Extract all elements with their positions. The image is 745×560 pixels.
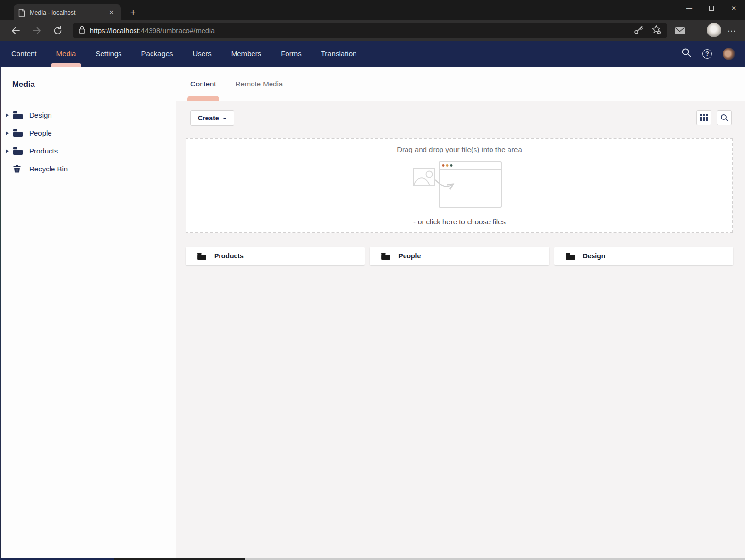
search-icon (720, 114, 728, 122)
tree-item-label: Design (29, 111, 52, 119)
grid-icon (700, 114, 708, 121)
tab-title: Media - localhost (30, 9, 102, 16)
tree-item-label: People (29, 129, 52, 137)
help-icon[interactable]: ? (702, 49, 712, 59)
media-content-area: Content Remote Media Create Drag and dro… (176, 67, 745, 558)
dropzone-choose-link[interactable]: - or click here to choose files (413, 218, 506, 226)
forward-button[interactable] (29, 23, 45, 38)
mail-extension-button[interactable] (672, 23, 688, 38)
lock-icon (79, 26, 85, 35)
content-tabbar: Content Remote Media (176, 67, 745, 101)
window-minimize-button[interactable]: — (678, 0, 700, 16)
tree-item-label: Products (29, 147, 58, 155)
folder-icon (13, 147, 23, 155)
grid-view-button[interactable] (696, 110, 711, 125)
folder-icon (197, 253, 206, 260)
search-media-button[interactable] (717, 110, 732, 125)
url-path: :44398/umbraco#/media (139, 27, 215, 34)
active-tab-indicator (187, 96, 219, 101)
back-button[interactable] (8, 23, 23, 38)
trash-icon (13, 165, 23, 173)
file-dropzone[interactable]: Drag and drop your file(s) into the area… (186, 138, 733, 233)
nav-item-media[interactable]: Media (47, 41, 86, 67)
url-host: https://localhost (90, 27, 139, 34)
address-bar[interactable]: https://localhost:44398/umbraco#/media (73, 23, 667, 38)
folder-icon (381, 253, 390, 260)
active-section-indicator (51, 63, 81, 67)
upload-illustration (413, 161, 506, 210)
expand-caret-icon[interactable] (6, 149, 13, 153)
create-button-label: Create (198, 114, 219, 122)
tree-item-recycle-bin[interactable]: Recycle Bin (1, 160, 176, 178)
bottom-strip-left (0, 558, 114, 560)
nav-item-media-label: Media (56, 50, 76, 58)
password-key-icon[interactable] (634, 25, 643, 36)
browser-profile-avatar[interactable] (707, 23, 721, 37)
tab-remote-media[interactable]: Remote Media (236, 67, 283, 101)
url-text: https://localhost:44398/umbraco#/media (90, 27, 629, 34)
page-icon (18, 9, 25, 17)
browser-tab[interactable]: Media - localhost ✕ (14, 4, 121, 20)
media-folder-card-products[interactable]: Products (186, 247, 365, 265)
new-tab-button[interactable]: + (126, 5, 140, 19)
expand-caret-icon[interactable] (6, 131, 13, 135)
media-folder-card-people[interactable]: People (370, 247, 549, 265)
media-folder-card-design[interactable]: Design (554, 247, 733, 265)
tree-item-products[interactable]: Products (1, 142, 176, 160)
card-label: Products (214, 252, 244, 260)
user-avatar[interactable] (723, 48, 735, 60)
refresh-button[interactable] (50, 23, 66, 38)
folder-icon (566, 253, 575, 260)
toolbar-divider (700, 26, 700, 35)
create-button[interactable]: Create (190, 110, 234, 126)
tab-remote-media-label: Remote Media (236, 80, 283, 88)
nav-item-content[interactable]: Content (1, 41, 47, 67)
global-search-icon[interactable] (681, 48, 692, 60)
folder-icon (13, 129, 23, 137)
umbraco-section-nav: Content Media Settings Packages Users Me… (0, 41, 745, 67)
card-label: Design (583, 252, 606, 260)
media-tree-sidebar: Media Design People Products (1, 67, 176, 558)
tree-item-label: Recycle Bin (29, 165, 68, 173)
tab-content-label: Content (190, 80, 216, 88)
window-close-button[interactable]: ✕ (723, 0, 745, 16)
window-maximize-button[interactable] (700, 0, 723, 16)
tree-item-design[interactable]: Design (1, 106, 176, 124)
nav-item-users[interactable]: Users (183, 41, 221, 67)
expand-caret-icon[interactable] (6, 113, 13, 117)
dropdown-caret-icon (223, 118, 227, 119)
nav-item-translation[interactable]: Translation (311, 41, 367, 67)
tab-content[interactable]: Content (190, 67, 216, 101)
maximize-icon (709, 6, 714, 11)
bottom-strip-middle (114, 558, 245, 560)
browser-titlebar: Media - localhost ✕ + — ✕ (0, 0, 745, 20)
tree-item-people[interactable]: People (1, 124, 176, 142)
sidebar-title: Media (12, 80, 176, 89)
dropzone-title: Drag and drop your file(s) into the area (397, 145, 522, 153)
browser-menu-button[interactable]: ⋯ (725, 23, 739, 38)
favorites-star-icon[interactable] (651, 25, 661, 37)
bottom-strip-right (245, 558, 745, 560)
nav-item-forms[interactable]: Forms (271, 41, 311, 67)
nav-item-settings[interactable]: Settings (85, 41, 131, 67)
folder-icon (13, 111, 23, 119)
nav-item-members[interactable]: Members (221, 41, 271, 67)
card-label: People (398, 252, 421, 260)
tab-close-icon[interactable]: ✕ (107, 8, 116, 17)
nav-item-packages[interactable]: Packages (132, 41, 183, 67)
